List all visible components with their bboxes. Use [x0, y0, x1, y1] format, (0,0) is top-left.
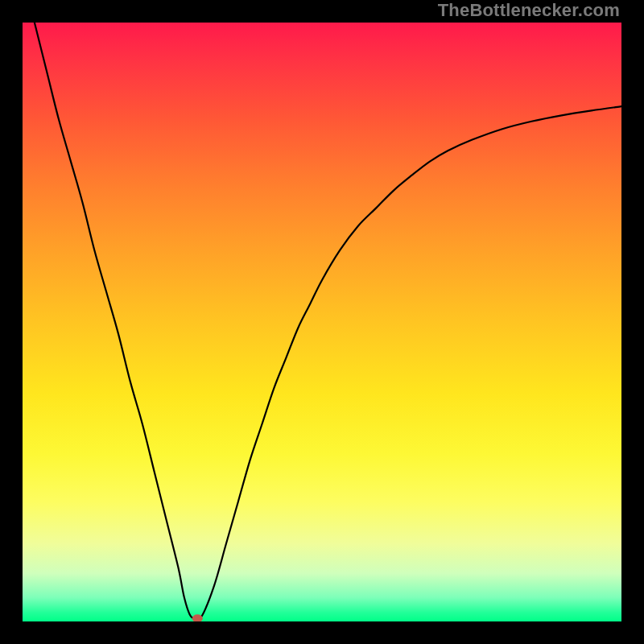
curve-svg: [23, 23, 621, 621]
bottleneck-curve: [35, 23, 621, 619]
chart-frame: TheBottlenecker.com: [0, 0, 644, 644]
minimum-marker: [192, 614, 203, 621]
watermark-text: TheBottlenecker.com: [438, 0, 620, 21]
plot-area: [23, 23, 621, 621]
